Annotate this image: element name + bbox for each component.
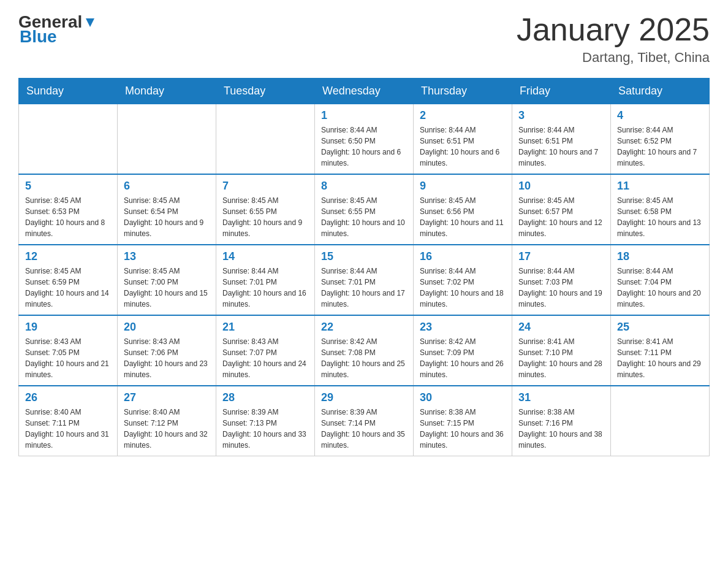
day-number: 13 <box>124 250 210 263</box>
week-row-5: 26Sunrise: 8:40 AM Sunset: 7:11 PM Dayli… <box>19 386 710 456</box>
calendar-cell: 2Sunrise: 8:44 AM Sunset: 6:51 PM Daylig… <box>414 104 512 175</box>
day-number: 2 <box>420 109 506 122</box>
day-number: 16 <box>420 250 506 263</box>
day-info: Sunrise: 8:45 AM Sunset: 6:56 PM Dayligh… <box>420 195 506 239</box>
day-header-thursday: Thursday <box>414 79 512 104</box>
day-number: 29 <box>321 391 407 404</box>
day-number: 1 <box>321 109 407 122</box>
day-info: Sunrise: 8:45 AM Sunset: 6:59 PM Dayligh… <box>25 266 111 310</box>
logo-triangle-icon <box>83 16 97 29</box>
calendar-cell: 1Sunrise: 8:44 AM Sunset: 6:50 PM Daylig… <box>315 104 414 175</box>
week-row-2: 5Sunrise: 8:45 AM Sunset: 6:53 PM Daylig… <box>19 174 710 245</box>
calendar-cell: 19Sunrise: 8:43 AM Sunset: 7:05 PM Dayli… <box>19 315 118 386</box>
day-info: Sunrise: 8:44 AM Sunset: 7:01 PM Dayligh… <box>321 266 407 310</box>
day-info: Sunrise: 8:40 AM Sunset: 7:11 PM Dayligh… <box>25 407 111 451</box>
day-info: Sunrise: 8:43 AM Sunset: 7:06 PM Dayligh… <box>124 336 210 380</box>
day-info: Sunrise: 8:39 AM Sunset: 7:14 PM Dayligh… <box>321 407 407 451</box>
day-number: 21 <box>222 321 308 334</box>
day-number: 10 <box>518 180 604 193</box>
week-row-4: 19Sunrise: 8:43 AM Sunset: 7:05 PM Dayli… <box>19 315 710 386</box>
day-info: Sunrise: 8:44 AM Sunset: 7:04 PM Dayligh… <box>617 266 703 310</box>
day-number: 5 <box>25 180 111 193</box>
day-number: 17 <box>518 250 604 263</box>
day-info: Sunrise: 8:44 AM Sunset: 6:51 PM Dayligh… <box>420 124 506 169</box>
calendar-cell: 10Sunrise: 8:45 AM Sunset: 6:57 PM Dayli… <box>512 174 611 245</box>
day-number: 28 <box>222 391 308 404</box>
day-info: Sunrise: 8:44 AM Sunset: 7:02 PM Dayligh… <box>420 266 506 310</box>
day-number: 24 <box>518 321 604 334</box>
calendar-cell <box>19 104 118 175</box>
day-header-saturday: Saturday <box>611 79 710 104</box>
day-number: 8 <box>321 180 407 193</box>
day-info: Sunrise: 8:44 AM Sunset: 6:50 PM Dayligh… <box>321 124 407 169</box>
day-info: Sunrise: 8:44 AM Sunset: 7:01 PM Dayligh… <box>222 266 308 310</box>
calendar-cell <box>118 104 216 175</box>
calendar-cell: 29Sunrise: 8:39 AM Sunset: 7:14 PM Dayli… <box>315 386 414 456</box>
day-number: 30 <box>420 391 506 404</box>
calendar-cell: 13Sunrise: 8:45 AM Sunset: 7:00 PM Dayli… <box>118 245 216 315</box>
day-number: 31 <box>518 391 604 404</box>
calendar-cell: 12Sunrise: 8:45 AM Sunset: 6:59 PM Dayli… <box>19 245 118 315</box>
calendar-subtitle: Dartang, Tibet, China <box>517 50 710 66</box>
day-number: 26 <box>25 391 111 404</box>
logo: General Blue <box>18 12 97 47</box>
calendar-table: SundayMondayTuesdayWednesdayThursdayFrid… <box>18 78 710 456</box>
day-info: Sunrise: 8:39 AM Sunset: 7:13 PM Dayligh… <box>222 407 308 451</box>
calendar-cell: 28Sunrise: 8:39 AM Sunset: 7:13 PM Dayli… <box>216 386 315 456</box>
calendar-cell: 20Sunrise: 8:43 AM Sunset: 7:06 PM Dayli… <box>118 315 216 386</box>
title-section: January 2025 Dartang, Tibet, China <box>517 12 710 66</box>
calendar-cell: 25Sunrise: 8:41 AM Sunset: 7:11 PM Dayli… <box>611 315 710 386</box>
day-info: Sunrise: 8:45 AM Sunset: 6:57 PM Dayligh… <box>518 195 604 239</box>
calendar-cell: 11Sunrise: 8:45 AM Sunset: 6:58 PM Dayli… <box>611 174 710 245</box>
calendar-cell: 6Sunrise: 8:45 AM Sunset: 6:54 PM Daylig… <box>118 174 216 245</box>
day-number: 6 <box>124 180 210 193</box>
day-info: Sunrise: 8:42 AM Sunset: 7:09 PM Dayligh… <box>420 336 506 380</box>
week-row-1: 1Sunrise: 8:44 AM Sunset: 6:50 PM Daylig… <box>19 104 710 175</box>
calendar-cell: 21Sunrise: 8:43 AM Sunset: 7:07 PM Dayli… <box>216 315 315 386</box>
calendar-cell <box>611 386 710 456</box>
day-info: Sunrise: 8:45 AM Sunset: 7:00 PM Dayligh… <box>124 266 210 310</box>
days-header-row: SundayMondayTuesdayWednesdayThursdayFrid… <box>19 79 710 104</box>
day-info: Sunrise: 8:45 AM Sunset: 6:55 PM Dayligh… <box>222 195 308 239</box>
day-number: 25 <box>617 321 703 334</box>
day-info: Sunrise: 8:45 AM Sunset: 6:58 PM Dayligh… <box>617 195 703 239</box>
day-number: 14 <box>222 250 308 263</box>
day-info: Sunrise: 8:40 AM Sunset: 7:12 PM Dayligh… <box>124 407 210 451</box>
day-header-tuesday: Tuesday <box>216 79 315 104</box>
day-info: Sunrise: 8:43 AM Sunset: 7:07 PM Dayligh… <box>222 336 308 380</box>
day-info: Sunrise: 8:44 AM Sunset: 7:03 PM Dayligh… <box>518 266 604 310</box>
week-row-3: 12Sunrise: 8:45 AM Sunset: 6:59 PM Dayli… <box>19 245 710 315</box>
calendar-cell: 27Sunrise: 8:40 AM Sunset: 7:12 PM Dayli… <box>118 386 216 456</box>
logo-blue: Blue <box>20 27 57 47</box>
day-info: Sunrise: 8:42 AM Sunset: 7:08 PM Dayligh… <box>321 336 407 380</box>
day-info: Sunrise: 8:44 AM Sunset: 6:51 PM Dayligh… <box>518 124 604 169</box>
calendar-cell: 14Sunrise: 8:44 AM Sunset: 7:01 PM Dayli… <box>216 245 315 315</box>
calendar-cell: 4Sunrise: 8:44 AM Sunset: 6:52 PM Daylig… <box>611 104 710 175</box>
day-info: Sunrise: 8:41 AM Sunset: 7:11 PM Dayligh… <box>617 336 703 380</box>
day-header-sunday: Sunday <box>19 79 118 104</box>
calendar-cell: 3Sunrise: 8:44 AM Sunset: 6:51 PM Daylig… <box>512 104 611 175</box>
day-number: 4 <box>617 109 703 122</box>
day-number: 22 <box>321 321 407 334</box>
calendar-cell: 9Sunrise: 8:45 AM Sunset: 6:56 PM Daylig… <box>414 174 512 245</box>
day-number: 9 <box>420 180 506 193</box>
calendar-cell: 7Sunrise: 8:45 AM Sunset: 6:55 PM Daylig… <box>216 174 315 245</box>
day-number: 19 <box>25 321 111 334</box>
day-info: Sunrise: 8:45 AM Sunset: 6:53 PM Dayligh… <box>25 195 111 239</box>
calendar-cell: 30Sunrise: 8:38 AM Sunset: 7:15 PM Dayli… <box>414 386 512 456</box>
day-number: 15 <box>321 250 407 263</box>
calendar-cell: 16Sunrise: 8:44 AM Sunset: 7:02 PM Dayli… <box>414 245 512 315</box>
calendar-cell: 17Sunrise: 8:44 AM Sunset: 7:03 PM Dayli… <box>512 245 611 315</box>
day-info: Sunrise: 8:38 AM Sunset: 7:15 PM Dayligh… <box>420 407 506 451</box>
day-info: Sunrise: 8:41 AM Sunset: 7:10 PM Dayligh… <box>518 336 604 380</box>
calendar-cell: 22Sunrise: 8:42 AM Sunset: 7:08 PM Dayli… <box>315 315 414 386</box>
day-number: 23 <box>420 321 506 334</box>
calendar-cell: 23Sunrise: 8:42 AM Sunset: 7:09 PM Dayli… <box>414 315 512 386</box>
day-header-monday: Monday <box>118 79 216 104</box>
calendar-cell: 18Sunrise: 8:44 AM Sunset: 7:04 PM Dayli… <box>611 245 710 315</box>
day-number: 18 <box>617 250 703 263</box>
day-number: 11 <box>617 180 703 193</box>
page-header: General Blue January 2025 Dartang, Tibet… <box>18 12 710 66</box>
day-info: Sunrise: 8:44 AM Sunset: 6:52 PM Dayligh… <box>617 124 703 169</box>
day-info: Sunrise: 8:45 AM Sunset: 6:54 PM Dayligh… <box>124 195 210 239</box>
